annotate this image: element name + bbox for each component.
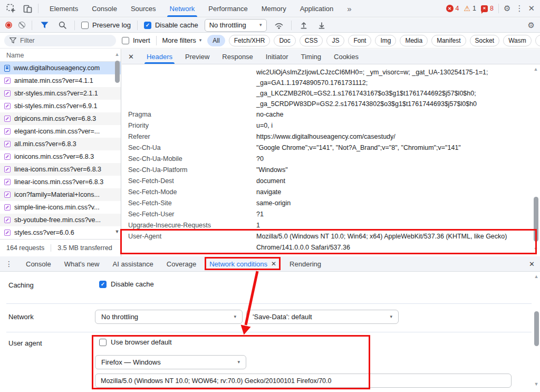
filter-input[interactable] bbox=[20, 37, 99, 44]
network-conditions-icon[interactable] bbox=[273, 20, 285, 31]
drawer-tab-bar: ⋮ Console What's new AI assistance Cover… bbox=[0, 256, 540, 272]
scroll-up-icon[interactable]: ▲ bbox=[533, 67, 539, 72]
divider bbox=[38, 4, 38, 13]
scrollbar-thumb[interactable] bbox=[534, 311, 539, 346]
request-row[interactable]: styles.css?ver=6.0.6 bbox=[0, 226, 121, 239]
save-data-dropdown[interactable]: 'Save-Data': default ▾ bbox=[246, 310, 399, 324]
preserve-log-label: Preserve log bbox=[92, 21, 131, 29]
filter-pill-fetchxhr[interactable]: Fetch/XHR bbox=[229, 35, 271, 46]
filter-input-box[interactable] bbox=[4, 35, 116, 46]
filter-pill-img[interactable]: Img bbox=[375, 35, 396, 46]
header-value: document bbox=[256, 176, 540, 187]
header-value: ?0 bbox=[256, 154, 540, 165]
filter-pill-media[interactable]: Media bbox=[400, 35, 428, 46]
request-row[interactable]: all.min.css?ver=6.8.3 bbox=[0, 138, 121, 150]
tab-preview[interactable]: Preview bbox=[185, 49, 209, 64]
request-row[interactable]: elegant-icons.min.css?ver=... bbox=[0, 125, 121, 138]
request-row[interactable]: ionicons.min.css?ver=6.8.3 bbox=[0, 150, 121, 163]
tab-response[interactable]: Response bbox=[222, 49, 253, 64]
tab-performance[interactable]: Performance bbox=[208, 0, 247, 17]
filter-pill-all[interactable]: All bbox=[207, 35, 225, 46]
filter-pill-js[interactable]: JS bbox=[326, 35, 344, 46]
divider bbox=[156, 36, 157, 45]
drawer-tab-network-conditions[interactable]: Network conditions ✕ bbox=[209, 260, 276, 268]
request-row[interactable]: dripicons.min.css?ver=6.8.3 bbox=[0, 112, 121, 125]
error-count-badge[interactable]: ✕ 4 bbox=[446, 5, 459, 12]
filter-pill-wasm[interactable]: Wasm bbox=[503, 35, 532, 46]
filter-pill-manifest[interactable]: Manifest bbox=[431, 35, 466, 46]
tab-sources[interactable]: Sources bbox=[131, 0, 156, 17]
scroll-down-icon[interactable]: ▼ bbox=[114, 230, 120, 234]
issues-count-badge[interactable]: ✕ 8 bbox=[481, 5, 494, 12]
drawer-throttling-dropdown[interactable]: No throttling ▾ bbox=[95, 310, 243, 324]
request-row[interactable]: sbr-styles.min.css?ver=2.1.1 bbox=[0, 87, 121, 100]
scroll-up-icon[interactable]: ▲ bbox=[114, 52, 120, 57]
clear-network-log-icon[interactable] bbox=[18, 22, 25, 28]
filter-pill-doc[interactable]: Doc bbox=[274, 35, 295, 46]
tab-timing[interactable]: Timing bbox=[301, 49, 321, 64]
scroll-down-icon[interactable]: ▼ bbox=[533, 247, 539, 252]
settings-gear-icon[interactable]: ⚙ bbox=[504, 4, 510, 13]
kebab-menu-icon[interactable]: ⋮ bbox=[515, 4, 523, 13]
header-row-user-agent: User-AgentMozilla/5.0 (Windows NT 10.0; … bbox=[128, 231, 540, 253]
tab-console[interactable]: Console bbox=[92, 0, 117, 17]
filter-toggle-icon[interactable] bbox=[38, 20, 50, 31]
tab-initiator[interactable]: Initiator bbox=[266, 49, 288, 64]
scroll-down-icon[interactable]: ▼ bbox=[533, 382, 539, 387]
drawer-tab-console[interactable]: Console bbox=[26, 260, 51, 268]
throttling-dropdown[interactable]: No throttling ▾ bbox=[205, 19, 267, 32]
request-row[interactable]: sbi-styles.min.css?ver=6.9.1 bbox=[0, 100, 121, 112]
drawer-tab-ai-assistance[interactable]: AI assistance bbox=[113, 260, 153, 268]
request-row-selected[interactable]: www.digitalhouseagency.com bbox=[0, 62, 121, 74]
drawer-tab-whats-new[interactable]: What's new bbox=[64, 260, 100, 268]
error-icon: ✕ bbox=[446, 5, 454, 12]
use-browser-default-checkbox[interactable]: Use browser default bbox=[99, 338, 172, 346]
device-toolbar-icon[interactable] bbox=[22, 3, 33, 14]
filter-pill-css[interactable]: CSS bbox=[300, 35, 323, 46]
user-agent-preset-dropdown[interactable]: Firefox — Windows ▾ bbox=[95, 355, 246, 369]
preserve-log-checkbox[interactable]: Preserve log bbox=[81, 21, 131, 29]
tab-cookies[interactable]: Cookies bbox=[334, 49, 359, 64]
scroll-up-icon[interactable]: ▲ bbox=[533, 274, 539, 279]
close-tab-icon[interactable]: ✕ bbox=[271, 260, 276, 267]
record-network-log-icon[interactable] bbox=[5, 22, 12, 28]
warning-count-badge[interactable]: ⚠ 1 bbox=[464, 5, 477, 12]
drawer-tab-rendering[interactable]: Rendering bbox=[290, 260, 321, 268]
drawer-disable-cache-checkbox[interactable]: Disable cache bbox=[99, 280, 154, 288]
request-row[interactable]: linea-icons.min.css?ver=6.8.3 bbox=[0, 163, 121, 176]
tab-headers[interactable]: Headers bbox=[147, 49, 172, 64]
network-settings-gear-icon[interactable]: ⚙ bbox=[528, 21, 535, 30]
request-row[interactable]: linear-icons.min.css?ver=6.8.3 bbox=[0, 176, 121, 188]
filter-pill-font[interactable]: Font bbox=[348, 35, 371, 46]
close-details-icon[interactable]: ✕ bbox=[128, 53, 134, 61]
drawer-tab-coverage[interactable]: Coverage bbox=[167, 260, 196, 268]
request-row[interactable]: animate.min.css?ver=4.1.1 bbox=[0, 74, 121, 87]
divider bbox=[137, 21, 138, 30]
filter-pill-socket[interactable]: Socket bbox=[470, 35, 500, 46]
request-row[interactable]: sb-youtube-free.min.css?ve... bbox=[0, 214, 121, 226]
header-value: navigate bbox=[256, 187, 540, 198]
scrollbar-thumb[interactable] bbox=[534, 197, 538, 242]
more-filters-dropdown[interactable]: More filters ▾ bbox=[162, 36, 202, 44]
disable-cache-checkbox[interactable]: Disable cache bbox=[144, 21, 198, 29]
request-row[interactable]: icon?family=Material+Icons... bbox=[0, 188, 121, 201]
search-icon[interactable] bbox=[56, 20, 68, 31]
invert-checkbox[interactable]: Invert bbox=[122, 36, 150, 44]
more-panels-icon[interactable]: » bbox=[347, 0, 351, 17]
drawer-kebab-menu-icon[interactable]: ⋮ bbox=[5, 260, 13, 268]
request-row[interactable]: simple-line-icons.min.css?v... bbox=[0, 201, 121, 214]
tab-network[interactable]: Network bbox=[170, 0, 195, 17]
scrollbar-thumb[interactable] bbox=[115, 61, 120, 83]
tab-application[interactable]: Application bbox=[300, 0, 334, 17]
tab-memory[interactable]: Memory bbox=[262, 0, 286, 17]
close-devtools-icon[interactable]: ✕ bbox=[528, 4, 535, 13]
tab-elements[interactable]: Elements bbox=[50, 0, 78, 17]
inspect-element-icon[interactable] bbox=[5, 3, 17, 14]
filter-pill-other[interactable]: Other bbox=[535, 35, 540, 46]
name-column-header[interactable]: Name bbox=[0, 49, 121, 62]
import-har-icon[interactable] bbox=[298, 20, 310, 31]
close-drawer-icon[interactable]: ✕ bbox=[529, 260, 535, 268]
user-agent-string-input[interactable] bbox=[95, 374, 512, 388]
stylesheet-icon bbox=[4, 179, 11, 185]
export-har-icon[interactable] bbox=[316, 20, 327, 31]
